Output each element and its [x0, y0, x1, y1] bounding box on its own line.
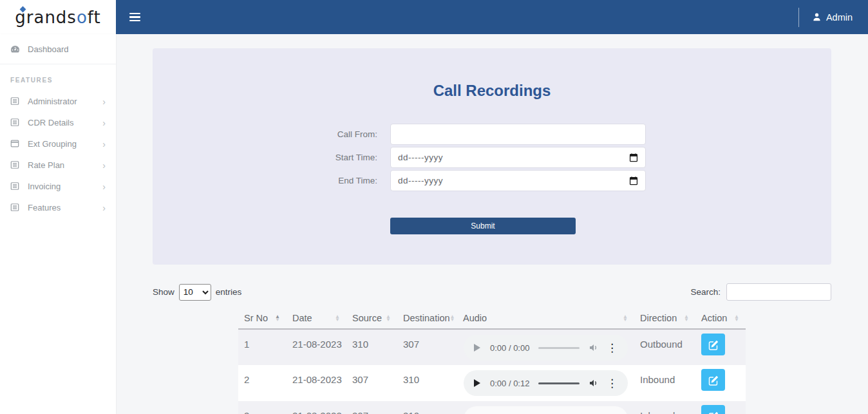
- audio-menu-icon[interactable]: ⋮: [607, 378, 618, 389]
- audio-menu-icon[interactable]: ⋮: [607, 343, 618, 353]
- sort-icon: ▲▼: [335, 315, 340, 321]
- sort-icon: ▲▼: [386, 315, 391, 321]
- submit-button[interactable]: Submit: [390, 218, 576, 234]
- cell-direction: Inbound: [634, 401, 695, 414]
- search-label: Search:: [690, 287, 721, 297]
- sort-icon: ▲▼: [623, 315, 628, 321]
- sidebar-item-features[interactable]: Features ›: [0, 197, 116, 218]
- sidebar-item-label: Invoicing: [28, 182, 61, 191]
- hamburger-menu-icon[interactable]: [129, 13, 140, 22]
- edit-button[interactable]: [701, 369, 725, 391]
- header-date[interactable]: Date ▲▼: [287, 308, 346, 329]
- navbar: Admin: [116, 0, 868, 34]
- edit-icon: [708, 375, 718, 385]
- call-from-input[interactable]: [390, 124, 646, 145]
- brand-part3: ft: [88, 8, 101, 27]
- cell-destination: 307: [397, 329, 457, 365]
- call-recordings-panel: Call Recordings Call From: Start Time: d…: [153, 48, 831, 265]
- sidebar-item-label: CDR Details: [28, 118, 74, 127]
- sidebar-item-label: Dashboard: [28, 44, 69, 54]
- admin-label: Admin: [826, 12, 853, 23]
- header-action[interactable]: Action ▲▼: [695, 308, 746, 329]
- cell-destination: 310: [397, 365, 457, 401]
- page-size-select[interactable]: 10: [179, 284, 211, 301]
- sidebar-item-label: Administrator: [28, 97, 77, 106]
- end-time-label: End Time:: [153, 176, 390, 185]
- calendar-icon[interactable]: [629, 153, 638, 162]
- sort-icon: ▲▼: [450, 315, 455, 321]
- recordings-table: Sr No ▲▼ Date ▲▼ Source ▲▼ Destination ▲…: [238, 308, 746, 414]
- list-icon: [10, 118, 20, 127]
- sidebar: Dashboard FEATURES Administrator › CDR D…: [0, 34, 116, 414]
- sidebar-item-rate-plan[interactable]: Rate Plan ›: [0, 155, 116, 176]
- cell-date: 21-08-2023: [287, 365, 346, 401]
- chevron-right-icon: ›: [102, 97, 106, 106]
- list-icon: [10, 182, 20, 191]
- volume-icon[interactable]: [589, 343, 599, 353]
- brand-text: grandsoft: [15, 8, 100, 27]
- page-title: Call Recordings: [153, 82, 831, 100]
- audio-player[interactable]: [464, 406, 628, 414]
- sidebar-item-label: Features: [28, 203, 61, 212]
- sidebar-item-administrator[interactable]: Administrator ›: [0, 91, 116, 112]
- end-time-date-input[interactable]: dd-----yyyy: [390, 170, 646, 191]
- list-icon: [10, 97, 20, 106]
- list-icon: [10, 160, 20, 170]
- sidebar-item-invoicing[interactable]: Invoicing ›: [0, 176, 116, 197]
- cell-source: 310: [346, 329, 397, 365]
- entries-label: entries: [216, 287, 242, 297]
- cell-sr-no: 2: [238, 365, 287, 401]
- edit-icon: [708, 411, 718, 414]
- volume-icon[interactable]: [589, 378, 599, 388]
- table-controls: Show 10 entries Search:: [153, 283, 831, 301]
- play-icon[interactable]: [474, 379, 480, 387]
- chevron-right-icon: ›: [102, 118, 106, 127]
- table-row: 3 21-08-2023 307 310 Inbound: [238, 401, 746, 414]
- audio-time: 0:00 / 0:12: [490, 379, 529, 388]
- header-destination[interactable]: Destination ▲▼: [397, 308, 457, 329]
- list-icon: [10, 203, 20, 212]
- chevron-right-icon: ›: [102, 203, 106, 212]
- audio-time: 0:00 / 0:00: [490, 343, 529, 353]
- cell-direction: Inbound: [634, 365, 695, 401]
- sidebar-item-cdr-details[interactable]: CDR Details ›: [0, 112, 116, 133]
- header-sr-no[interactable]: Sr No ▲▼: [238, 308, 287, 329]
- brand-logo[interactable]: grandsoft: [0, 0, 116, 34]
- audio-progress-bar[interactable]: [538, 347, 580, 349]
- call-from-label: Call From:: [153, 129, 390, 139]
- header-direction[interactable]: Direction ▲▼: [634, 308, 695, 329]
- audio-progress-bar[interactable]: [538, 382, 580, 384]
- sidebar-item-dashboard[interactable]: Dashboard: [0, 34, 116, 64]
- date-placeholder: dd-----yyyy: [398, 176, 443, 185]
- play-icon[interactable]: [474, 344, 480, 352]
- start-time-date-input[interactable]: dd-----yyyy: [390, 147, 646, 168]
- edit-button[interactable]: [701, 405, 725, 414]
- cell-sr-no: 1: [238, 329, 287, 365]
- search-input[interactable]: [726, 283, 831, 301]
- chevron-right-icon: ›: [102, 161, 106, 170]
- cell-date: 21-08-2023: [287, 401, 346, 414]
- navbar-divider: [798, 8, 799, 27]
- dashboard-icon: [10, 44, 20, 54]
- calendar-icon[interactable]: [629, 176, 638, 185]
- admin-menu[interactable]: Admin: [812, 12, 853, 23]
- header-audio[interactable]: Audio ▲▼: [457, 308, 634, 329]
- header-source[interactable]: Source ▲▼: [346, 308, 397, 329]
- cell-direction: Outbound: [634, 329, 695, 365]
- chevron-right-icon: ›: [102, 182, 106, 191]
- sidebar-item-ext-grouping[interactable]: Ext Grouping ›: [0, 133, 116, 155]
- audio-player[interactable]: 0:00 / 0:12 ⋮: [464, 370, 628, 396]
- table-row: 2 21-08-2023 307 310 0:00 / 0:12: [238, 365, 746, 401]
- window-icon: [10, 139, 20, 149]
- edit-icon: [708, 340, 718, 350]
- table-header-row: Sr No ▲▼ Date ▲▼ Source ▲▼ Destination ▲…: [238, 308, 746, 329]
- cell-source: 307: [346, 365, 397, 401]
- edit-button[interactable]: [701, 334, 725, 355]
- table-row: 1 21-08-2023 310 307 0:00 / 0:00: [238, 329, 746, 365]
- topbar: grandsoft Admin: [0, 0, 868, 34]
- audio-player[interactable]: 0:00 / 0:00 ⋮: [464, 335, 628, 361]
- cell-date: 21-08-2023: [287, 329, 346, 365]
- cell-destination: 310: [397, 401, 457, 414]
- user-icon: [812, 12, 822, 22]
- chevron-right-icon: ›: [102, 140, 106, 149]
